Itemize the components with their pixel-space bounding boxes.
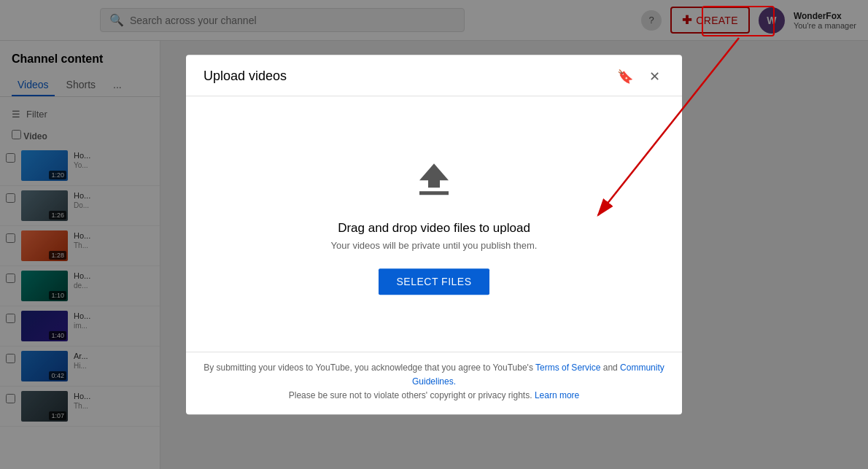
select-files-button[interactable]: SELECT FILES bbox=[379, 268, 489, 295]
svg-marker-0 bbox=[419, 163, 449, 187]
upload-arrow-icon bbox=[412, 160, 456, 204]
bookmark-icon-button[interactable]: 🔖 bbox=[615, 66, 635, 87]
close-icon: ✕ bbox=[649, 69, 660, 85]
drag-drop-subtitle: Your videos will be private until you pu… bbox=[331, 240, 538, 251]
drag-drop-title: Drag and drop video files to upload bbox=[338, 221, 530, 236]
bookmark-icon: 🔖 bbox=[617, 69, 633, 85]
create-btn-highlight bbox=[702, 6, 775, 36]
modal-body: Drag and drop video files to upload Your… bbox=[186, 96, 682, 352]
upload-icon-wrap bbox=[412, 160, 456, 206]
footer-text-1: By submitting your videos to YouTube, yo… bbox=[204, 363, 533, 373]
footer-text-2: Please be sure not to violate others' co… bbox=[289, 390, 532, 400]
svg-rect-1 bbox=[419, 191, 449, 195]
modal-header: Upload videos 🔖 ✕ bbox=[186, 55, 682, 96]
footer-tos-link[interactable]: Terms of Service bbox=[535, 363, 600, 373]
modal-footer: By submitting your videos to YouTube, yo… bbox=[186, 352, 682, 415]
modal-header-icons: 🔖 ✕ bbox=[615, 66, 664, 87]
close-button[interactable]: ✕ bbox=[644, 66, 664, 87]
upload-modal: Upload videos 🔖 ✕ Drag and drop video fi… bbox=[186, 55, 682, 415]
modal-title: Upload videos bbox=[204, 69, 287, 84]
footer-learn-link[interactable]: Learn more bbox=[535, 390, 579, 400]
footer-and: and bbox=[603, 363, 618, 373]
